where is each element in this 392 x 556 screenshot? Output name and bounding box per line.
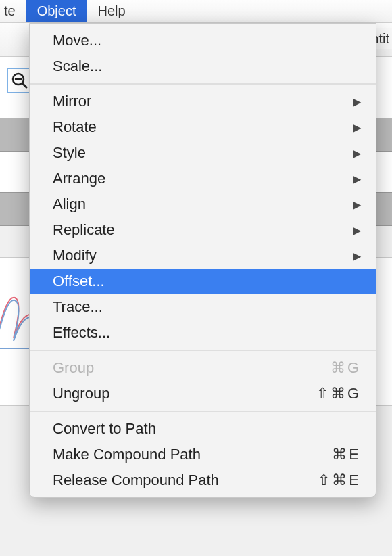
object-menu-dropdown: Move... Scale... Mirror ▶ Rotate ▶ Style…	[29, 23, 376, 498]
menu-item-modify[interactable]: Modify ▶	[30, 243, 376, 269]
menu-item-group: Group ⌘G	[30, 355, 376, 381]
menubar-item-object[interactable]: Object	[26, 0, 87, 22]
menu-item-offset[interactable]: Offset...	[30, 269, 376, 294]
submenu-arrow-icon: ▶	[353, 147, 361, 160]
submenu-arrow-icon: ▶	[353, 121, 361, 134]
menu-item-rotate[interactable]: Rotate ▶	[30, 114, 376, 140]
menu-item-mirror[interactable]: Mirror ▶	[30, 89, 376, 114]
menu-item-arrange[interactable]: Arrange ▶	[30, 166, 376, 191]
menubar: te Object Help	[0, 0, 392, 23]
menu-item-make-compound-path[interactable]: Make Compound Path ⌘E	[30, 442, 376, 467]
menubar-label-prev: te	[4, 3, 16, 19]
submenu-arrow-icon: ▶	[353, 250, 361, 262]
menu-shortcut-make-compound: ⌘E	[332, 446, 361, 463]
menu-shortcut-group: ⌘G	[330, 359, 361, 377]
menubar-item-prev[interactable]: te	[0, 0, 26, 22]
menu-label-rotate: Rotate	[53, 118, 353, 136]
menu-shortcut-release-compound: ⇧⌘E	[318, 471, 361, 489]
menu-label-group: Group	[53, 359, 330, 377]
menu-label-trace: Trace...	[53, 298, 361, 316]
submenu-arrow-icon: ▶	[353, 172, 361, 185]
menu-separator	[30, 411, 376, 412]
submenu-arrow-icon: ▶	[353, 224, 361, 237]
menubar-item-help[interactable]: Help	[87, 0, 137, 22]
menu-item-convert-to-path[interactable]: Convert to Path	[30, 416, 376, 442]
menu-label-scale: Scale...	[53, 57, 361, 75]
menu-item-trace[interactable]: Trace...	[30, 294, 376, 320]
submenu-arrow-icon: ▶	[353, 95, 361, 108]
menu-item-move[interactable]: Move...	[30, 28, 376, 53]
menu-label-style: Style	[53, 144, 353, 162]
menu-label-effects: Effects...	[53, 324, 361, 342]
zoom-out-icon	[11, 72, 28, 89]
menu-label-modify: Modify	[53, 247, 353, 264]
menu-item-style[interactable]: Style ▶	[30, 140, 376, 166]
menu-label-mirror: Mirror	[53, 93, 353, 110]
menu-label-arrange: Arrange	[53, 170, 353, 187]
menu-label-replicate: Replicate	[53, 221, 353, 239]
menu-label-offset: Offset...	[53, 273, 361, 290]
menu-label-make-compound: Make Compound Path	[53, 446, 332, 463]
menu-label-move: Move...	[53, 32, 361, 49]
menubar-label-object: Object	[37, 3, 76, 19]
menu-shortcut-ungroup: ⇧⌘G	[316, 385, 361, 402]
menu-item-release-compound-path[interactable]: Release Compound Path ⇧⌘E	[30, 467, 376, 493]
menu-item-align[interactable]: Align ▶	[30, 191, 376, 217]
menu-label-align: Align	[53, 195, 353, 213]
svg-line-2	[22, 83, 26, 87]
submenu-arrow-icon: ▶	[353, 198, 361, 211]
menu-separator	[30, 350, 376, 351]
menu-item-scale[interactable]: Scale...	[30, 53, 376, 79]
menu-item-ungroup[interactable]: Ungroup ⇧⌘G	[30, 381, 376, 407]
menu-item-effects[interactable]: Effects...	[30, 320, 376, 346]
menu-item-replicate[interactable]: Replicate ▶	[30, 217, 376, 243]
menu-separator	[30, 83, 376, 85]
menubar-label-help: Help	[98, 3, 126, 19]
menu-label-ungroup: Ungroup	[53, 385, 316, 402]
menu-label-release-compound: Release Compound Path	[53, 471, 318, 489]
menu-label-convert: Convert to Path	[53, 420, 361, 438]
